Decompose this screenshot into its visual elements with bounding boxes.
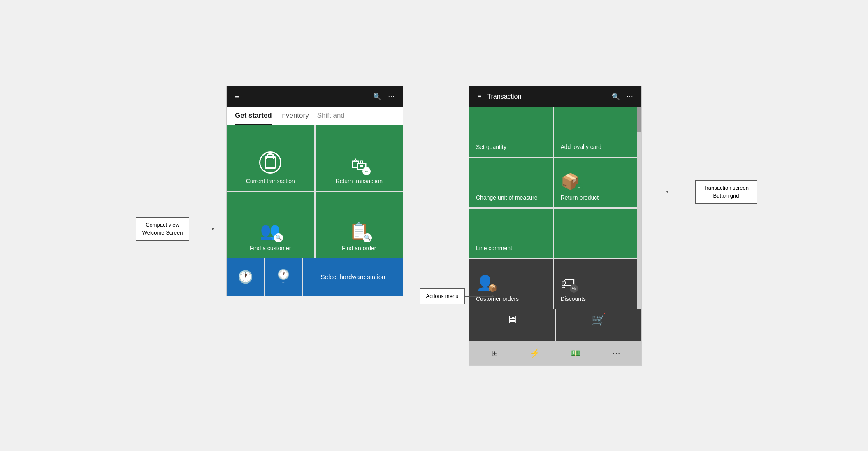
partial-tile-1[interactable]: 🖥 [469,309,555,341]
tab-get-started[interactable]: Get started [235,112,272,125]
more-button[interactable]: ⋯ [598,344,635,362]
transaction-button-grid: Set quantity Add loyalty card Change uni… [469,107,637,309]
customer-orders-button[interactable]: 👤 📦 Customer orders [469,259,553,309]
calculator-icon: ⊞ [491,348,498,358]
discounts-button[interactable]: 🏷 % Discounts [554,259,638,309]
callout-welcome-screen: Compact viewWelcome Screen [136,217,189,241]
header-icons-left: 🔍 ⋯ [373,93,395,100]
line-comment-button[interactable]: Line comment [469,209,553,258]
search-badge: 🔍 [274,233,283,242]
add-loyalty-button[interactable]: Add loyalty card [554,107,638,157]
phone-right-header: ≡ Transaction 🔍 ⋯ [469,86,641,107]
right-section: ≡ Transaction 🔍 ⋯ Set quantity Add loyal… [469,86,642,366]
return-product-icon: 📦 ← [561,172,580,191]
tab-shift[interactable]: Shift and [317,112,345,125]
header-icons-right: 🔍 ⋯ [612,93,633,100]
callout-transaction-line [666,192,695,192]
partial-icon-2: 🛒 [592,313,606,326]
bottom-toolbar: ⊞ ⚡ 💵 ⋯ [469,341,641,365]
clock1-icon: 🕐 [238,270,253,284]
line-comment-label: Line comment [476,244,512,252]
return-arrow-badge: ← [362,167,371,175]
main-wrapper: Compact viewWelcome Screen ≡ 🔍 ⋯ Get sta… [226,86,642,366]
phone-left: ≡ 🔍 ⋯ Get started Inventory Shift and [226,86,403,296]
pct-badge: % [570,284,578,293]
left-section: Compact viewWelcome Screen ≡ 🔍 ⋯ Get sta… [226,86,403,366]
return-transaction-button[interactable]: 🛍 ← Return transaction [316,125,403,191]
find-customer-icon: 👥 🔍 [260,221,281,241]
search-icon-right[interactable]: 🔍 [612,93,620,100]
find-order-icon: 📋 🔍 [349,221,369,241]
callout-actions-box: Actions menu [420,288,465,304]
find-customer-label: Find a customer [250,245,291,251]
set-quantity-button[interactable]: Set quantity [469,107,553,157]
clock2-icon: 🕐 [277,269,290,280]
spacer-cell [554,209,638,258]
add-loyalty-label: Add loyalty card [561,143,602,151]
callout-actions-menu: Actions menu [420,288,465,304]
partial-icon-1: 🖥 [506,313,518,326]
partial-tile-2[interactable]: 🛒 [556,309,642,341]
callout-transaction-box: Transaction screenButton grid [695,180,757,204]
callout-welcome-label: Compact viewWelcome Screen [142,222,183,236]
callout-welcome-box: Compact viewWelcome Screen [136,217,189,241]
more-icon-left[interactable]: ⋯ [388,93,395,100]
discounts-label: Discounts [561,295,586,302]
current-transaction-label: Current transaction [246,178,295,184]
lightning-icon: ⚡ [530,348,540,358]
find-order-label: Find an order [342,245,376,251]
clock2-button[interactable]: 🕐 ≡ [265,258,302,296]
cash-icon: 💵 [571,349,580,358]
cash-button[interactable]: 💵 [557,344,594,362]
search-icon-left[interactable]: 🔍 [373,93,381,100]
transaction-grid-wrap: Set quantity Add loyalty card Change uni… [469,107,641,309]
customer-orders-icon: 👤 📦 [476,274,494,292]
discounts-icon: 🏷 % [561,274,576,292]
more-icon-toolbar: ⋯ [612,348,620,358]
hardware-station-button[interactable]: Select hardware station [303,258,403,296]
return-bag-icon: 🛍 ← [351,155,367,174]
bottom-row: 🕐 🕐 ≡ Select hardware station [227,258,403,296]
clock1-button[interactable]: 🕐 [227,258,264,296]
find-customer-button[interactable]: 👥 🔍 Find a customer [227,192,314,258]
transaction-title: Transaction [487,93,606,100]
current-transaction-button[interactable]: Current transaction [227,125,314,191]
box-badge: 📦 [488,284,497,293]
tab-inventory[interactable]: Inventory [280,112,309,125]
more-icon-right[interactable]: ⋯ [627,93,633,100]
hamburger-icon[interactable]: ≡ [235,92,239,101]
partial-row: 🖥 🛒 [469,309,641,341]
phone-right: ≡ Transaction 🔍 ⋯ Set quantity Add loyal… [469,86,642,366]
phone-left-header: ≡ 🔍 ⋯ [227,86,403,107]
find-order-button[interactable]: 📋 🔍 Find an order [316,192,403,258]
set-quantity-label: Set quantity [476,143,506,151]
callout-transaction-grid: Transaction screenButton grid [695,180,757,204]
callout-actions-line [465,296,494,297]
phone-tabs-left: Get started Inventory Shift and [227,107,403,125]
change-unit-label: Change unit of measure [476,194,537,201]
change-unit-button[interactable]: Change unit of measure [469,158,553,207]
callout-welcome-line [189,229,214,229]
ret-arrow-badge: ← [575,183,583,191]
clock2-lines: ≡ [282,281,285,285]
hamburger-icon-right[interactable]: ≡ [478,93,481,100]
callout-actions-label: Actions menu [426,293,459,299]
order-search-badge: 🔍 [363,233,372,242]
lightning-button[interactable]: ⚡ [517,344,554,362]
return-transaction-label: Return transaction [336,178,383,184]
calculator-button[interactable]: ⊞ [476,344,513,362]
scrollbar-thumb[interactable] [637,107,641,132]
bag-icon [259,151,281,174]
scrollbar-track[interactable] [637,107,641,309]
callout-transaction-label: Transaction screenButton grid [703,185,749,199]
return-product-label: Return product [561,194,599,201]
welcome-button-grid: Current transaction 🛍 ← Return transacti… [227,125,403,258]
return-product-button[interactable]: 📦 ← Return product [554,158,638,207]
hardware-station-label: Select hardware station [317,269,390,285]
bag-inner [265,156,276,169]
